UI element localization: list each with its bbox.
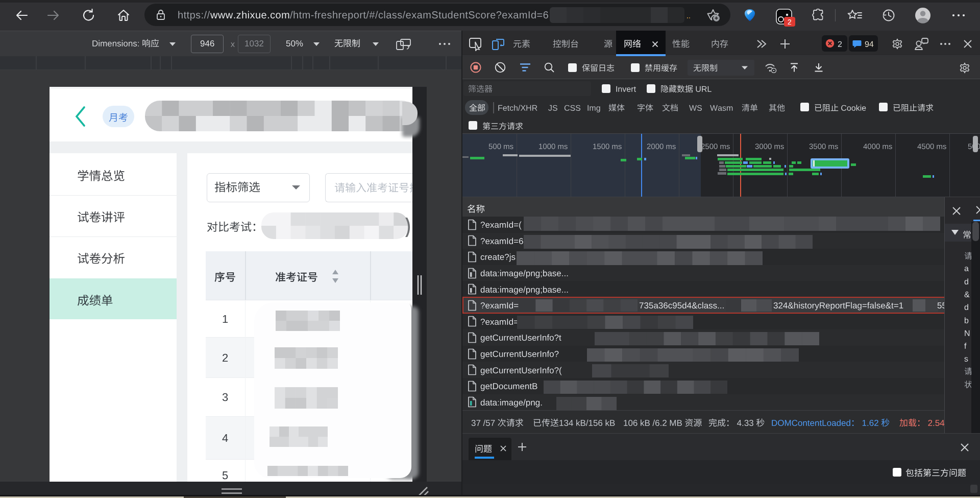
svg-text:2: 2 (788, 18, 792, 26)
